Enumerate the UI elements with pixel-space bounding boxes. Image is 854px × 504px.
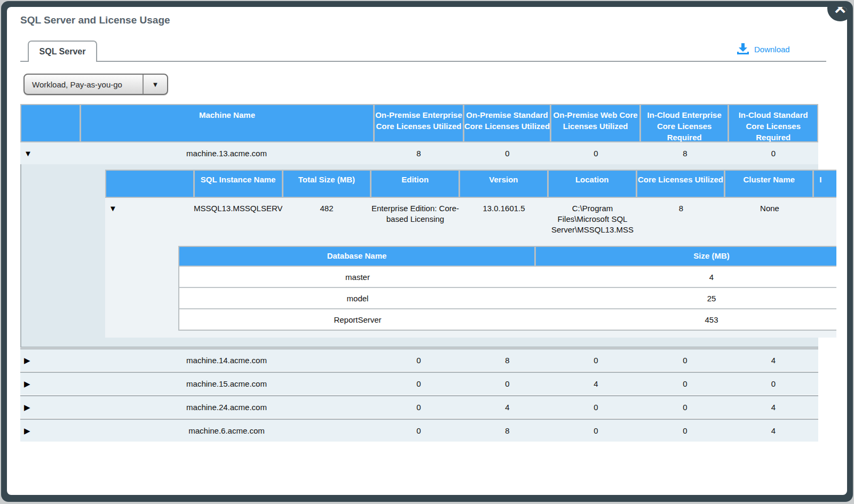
header-cell-onprem-standard: On-Premise Standard Core Licenses Utiliz… xyxy=(464,105,552,141)
db-size: 4 xyxy=(536,273,836,282)
db-name: master xyxy=(179,273,536,282)
instance-row-mssql13[interactable]: ▼ MSSQL13.MSSQLSERV 482 Enterprise Editi… xyxy=(105,198,836,235)
onprem-web-value: 0 xyxy=(552,149,642,158)
instance-edition: Enterprise Edition: Core-based Licensing xyxy=(371,198,460,225)
instance-header-edition: Edition xyxy=(371,171,460,197)
incloud-standard-value: 4 xyxy=(730,426,818,435)
instance-cluster-name: None xyxy=(725,198,814,214)
header-cell-machine-name: Machine Name xyxy=(81,105,375,141)
onprem-enterprise-value: 0 xyxy=(375,403,464,412)
tab-label: SQL Server xyxy=(39,47,86,57)
incloud-standard-value: 4 xyxy=(730,403,818,412)
expand-row-icon[interactable]: ▶ xyxy=(20,379,80,389)
collapse-instance-icon[interactable]: ▼ xyxy=(105,198,194,214)
incloud-standard-value: 4 xyxy=(730,356,818,365)
onprem-web-value: 0 xyxy=(552,403,642,412)
db-row-model: model 25 xyxy=(179,287,836,308)
instance-header-total-size: Total Size (MB) xyxy=(283,171,372,197)
machine-table: Machine Name On-Premise Enterprise Core … xyxy=(20,104,836,442)
instance-core-licenses: 8 xyxy=(637,198,725,214)
database-table: Database Name Size (MB) master 4 model 2… xyxy=(178,246,836,331)
incloud-standard-value: 0 xyxy=(730,149,818,158)
window-frame: SQL Server and License Usage SQL Server … xyxy=(1,1,853,502)
machine-name: machine.15.acme.com xyxy=(80,379,375,388)
db-size: 25 xyxy=(536,294,836,303)
onprem-standard-value: 0 xyxy=(464,379,552,388)
onprem-web-value: 0 xyxy=(552,356,642,365)
header-cell-onprem-web: On-Premise Web Core Licenses Utilized xyxy=(551,105,641,141)
machine-name: machine.6.acme.com xyxy=(80,426,375,435)
chevron-down-icon[interactable]: ▼ xyxy=(144,81,167,89)
workload-dropdown[interactable]: Workload, Pay-as-you-go ▼ xyxy=(23,74,168,95)
onprem-enterprise-value: 0 xyxy=(375,426,464,435)
onprem-enterprise-value: 0 xyxy=(375,379,464,388)
download-button[interactable]: Download xyxy=(737,43,790,55)
incloud-enterprise-value: 8 xyxy=(642,149,730,158)
machine-row-24[interactable]: ▶ machine.24.acme.com 0 4 0 0 4 xyxy=(20,395,818,418)
instance-total-size: 482 xyxy=(282,198,371,214)
db-row-reportserver: ReportServer 453 xyxy=(179,308,836,330)
workload-dropdown-value: Workload, Pay-as-you-go xyxy=(25,80,143,89)
onprem-standard-value: 4 xyxy=(464,403,552,412)
machine-table-header: Machine Name On-Premise Enterprise Core … xyxy=(20,104,818,142)
instance-header-cluster-name: Cluster Name xyxy=(725,171,814,197)
db-header-name: Database Name xyxy=(179,247,536,266)
machine-name: machine.14.acme.com xyxy=(80,356,375,365)
onprem-web-value: 4 xyxy=(552,379,642,388)
onprem-standard-value: 0 xyxy=(464,149,552,158)
incloud-enterprise-value: 0 xyxy=(642,379,730,388)
machine-row-6[interactable]: ▶ machine.6.acme.com 0 8 0 0 4 xyxy=(20,419,818,442)
incloud-enterprise-value: 0 xyxy=(642,426,730,435)
db-name: ReportServer xyxy=(179,315,536,324)
report-content: SQL Server and License Usage SQL Server … xyxy=(7,7,847,495)
header-cell-onprem-enterprise: On-Premise Enterprise Core Licenses Util… xyxy=(375,105,464,141)
instance-location: C:\Program Files\Microsoft SQL Server\MS… xyxy=(548,198,637,235)
machine-row-14[interactable]: ▶ machine.14.acme.com 0 8 0 0 4 xyxy=(20,348,818,371)
instance-header-location: Location xyxy=(549,171,637,197)
instance-header-version: Version xyxy=(460,171,549,197)
close-button[interactable]: ✕ xyxy=(825,7,847,24)
machine-row-13[interactable]: ▼ machine.13.acme.com 8 0 0 8 0 xyxy=(20,142,818,164)
collapse-row-icon[interactable]: ▼ xyxy=(20,149,80,158)
db-name: model xyxy=(179,294,536,303)
database-table-header: Database Name Size (MB) xyxy=(179,247,836,266)
incloud-enterprise-value: 0 xyxy=(642,403,730,412)
tab-baseline xyxy=(20,61,826,62)
onprem-enterprise-value: 0 xyxy=(375,356,464,365)
machine-name: machine.13.acme.com xyxy=(80,149,375,158)
instance-header-name: SQL Instance Name xyxy=(195,171,283,197)
incloud-standard-value: 0 xyxy=(730,379,818,388)
instance-version: 13.0.1601.5 xyxy=(460,198,548,214)
expand-row-icon[interactable]: ▶ xyxy=(20,356,80,365)
db-row-master: master 4 xyxy=(179,266,836,287)
machine-name: machine.24.acme.com xyxy=(80,403,375,412)
db-size: 453 xyxy=(536,315,836,324)
instance-body: ▼ MSSQL13.MSSQLSERV 482 Enterprise Editi… xyxy=(105,198,836,338)
db-header-size: Size (MB) xyxy=(536,247,836,266)
download-label: Download xyxy=(754,45,790,54)
tab-sql-server[interactable]: SQL Server xyxy=(28,41,97,62)
instance-name: MSSQL13.MSSQLSERV xyxy=(194,198,282,214)
machine-13-expanded-panel: SQL Instance Name Total Size (MB) Editio… xyxy=(20,164,818,348)
header-cell-incloud-enterprise: In-Cloud Enterprise Core Licenses Requir… xyxy=(641,105,730,141)
download-icon xyxy=(737,43,749,55)
onprem-web-value: 0 xyxy=(552,426,642,435)
onprem-standard-value: 8 xyxy=(464,356,552,365)
instance-header-expand xyxy=(106,171,195,197)
onprem-enterprise-value: 8 xyxy=(375,149,464,158)
instance-table: SQL Instance Name Total Size (MB) Editio… xyxy=(105,170,836,347)
machine-row-15[interactable]: ▶ machine.15.acme.com 0 0 4 0 0 xyxy=(20,372,818,395)
expand-row-icon[interactable]: ▶ xyxy=(20,426,80,436)
instance-header-clipped-column: I xyxy=(814,171,836,197)
header-cell-incloud-standard: In-Cloud Standard Core Licenses Required xyxy=(729,105,817,141)
instance-table-header: SQL Instance Name Total Size (MB) Editio… xyxy=(105,170,836,198)
expand-row-icon[interactable]: ▶ xyxy=(20,403,80,412)
close-icon: ✕ xyxy=(833,7,847,17)
instance-header-core-licenses: Core Licenses Utilized xyxy=(637,171,726,197)
onprem-standard-value: 8 xyxy=(464,426,552,435)
page-title: SQL Server and License Usage xyxy=(20,14,170,26)
header-cell-expand xyxy=(21,105,81,141)
incloud-enterprise-value: 0 xyxy=(642,356,730,365)
